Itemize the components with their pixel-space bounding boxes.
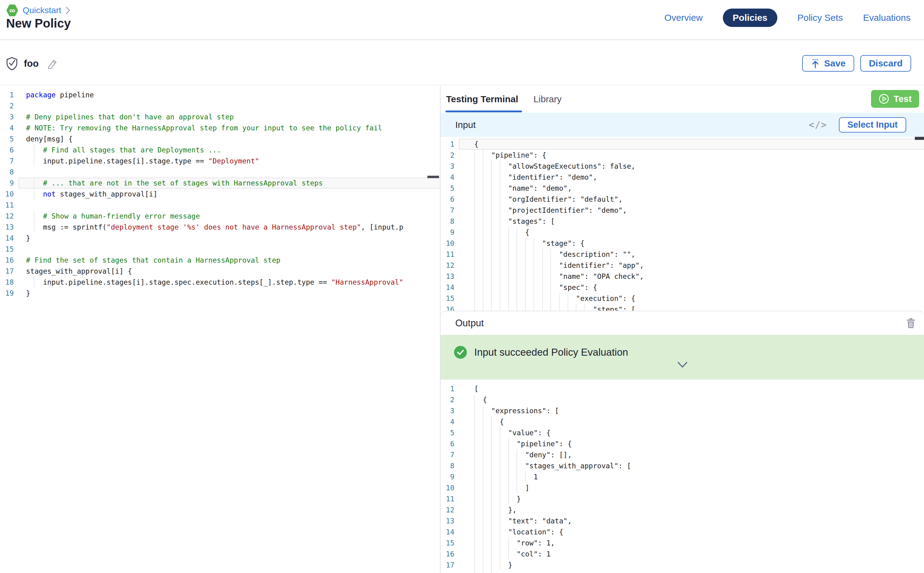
code-line[interactable]: 18 } bbox=[440, 571, 924, 573]
nav-item-policy-sets[interactable]: Policy Sets bbox=[797, 13, 843, 23]
tab-testing-terminal[interactable]: Testing Terminal bbox=[446, 94, 518, 104]
code-line[interactable]: 12 }, bbox=[440, 504, 924, 515]
code-line[interactable]: 17stages_with_approval[i] { bbox=[0, 266, 440, 277]
code-line[interactable]: 1[ bbox=[440, 383, 924, 394]
code-line[interactable]: 3# Deny pipelines that don't have an app… bbox=[0, 111, 440, 122]
line-number: 7 bbox=[440, 205, 459, 216]
code-line[interactable]: 7 "projectIdentifier": "demo", bbox=[440, 205, 924, 216]
code-line[interactable]: 2 { bbox=[440, 394, 924, 405]
code-line[interactable]: 9 # ... that are not in the set of stage… bbox=[0, 177, 440, 189]
success-check-icon bbox=[454, 346, 467, 359]
code-line[interactable]: 6 # Find all stages that are Deployments… bbox=[0, 144, 440, 155]
code-line[interactable]: 15 "row": 1, bbox=[440, 537, 924, 548]
input-section-header: Input </> Select Input bbox=[440, 113, 924, 137]
line-number: 2 bbox=[440, 150, 459, 161]
code-line[interactable]: 15 "execution": { bbox=[440, 293, 924, 304]
code-line[interactable]: 5deny[msg] { bbox=[0, 133, 440, 144]
line-number: 17 bbox=[0, 266, 18, 277]
nav-item-evaluations[interactable]: Evaluations bbox=[863, 13, 910, 23]
code-line[interactable]: 14 "spec": { bbox=[440, 282, 924, 293]
line-number: 6 bbox=[440, 194, 459, 205]
policy-identity: foo bbox=[6, 57, 58, 70]
line-number: 7 bbox=[0, 155, 18, 166]
code-line[interactable]: 9 1 bbox=[440, 471, 924, 482]
code-line[interactable]: 12 # Show a human-friendly error message bbox=[0, 211, 440, 222]
play-circle-icon bbox=[879, 93, 890, 104]
code-line[interactable]: 12 "identifier": "app", bbox=[440, 260, 924, 271]
save-button[interactable]: Save bbox=[802, 55, 854, 72]
nav-item-policies[interactable]: Policies bbox=[723, 9, 777, 27]
code-line[interactable]: 13 "name": "OPA check", bbox=[440, 271, 924, 282]
line-number: 19 bbox=[0, 288, 18, 299]
test-button[interactable]: Test bbox=[871, 90, 919, 108]
line-number: 18 bbox=[440, 571, 459, 573]
code-line[interactable]: 13 msg := sprintf("deployment stage '%s'… bbox=[0, 222, 440, 233]
code-line[interactable]: 7 "deny": [], bbox=[440, 449, 924, 460]
line-number: 18 bbox=[0, 277, 18, 288]
code-line[interactable]: 4 { bbox=[440, 416, 924, 427]
shield-check-icon bbox=[6, 57, 18, 70]
code-line[interactable]: 14 "location": { bbox=[440, 526, 924, 537]
code-line[interactable]: 8 "stages_with_approval": [ bbox=[440, 460, 924, 471]
code-line[interactable]: 18 input.pipeline.stages[i].stage.spec.e… bbox=[0, 277, 440, 288]
code-line[interactable]: 10 "stage": { bbox=[440, 238, 924, 249]
input-label: Input bbox=[455, 120, 476, 130]
line-number: 11 bbox=[0, 200, 18, 211]
code-line[interactable]: 5 "value": { bbox=[440, 427, 924, 438]
line-number: 15 bbox=[440, 537, 459, 548]
line-number: 9 bbox=[440, 471, 459, 482]
code-line[interactable]: 6 "pipeline": { bbox=[440, 438, 924, 449]
code-line[interactable]: 2 "pipeline": { bbox=[440, 150, 924, 161]
code-line[interactable]: 8 bbox=[0, 166, 440, 177]
code-line[interactable]: 11 "description": "", bbox=[440, 249, 924, 260]
output-label: Output bbox=[455, 318, 484, 329]
code-line[interactable]: 9 { bbox=[440, 227, 924, 238]
line-number: 14 bbox=[440, 526, 459, 537]
code-line[interactable]: 3 "allowStageExecutions": false, bbox=[440, 161, 924, 172]
code-line[interactable]: 2 bbox=[0, 100, 440, 111]
edit-pencil-icon[interactable] bbox=[47, 58, 58, 69]
code-view-icon[interactable]: </> bbox=[808, 119, 827, 130]
code-line[interactable]: 1package pipeline bbox=[0, 89, 440, 100]
chevron-down-icon[interactable] bbox=[677, 361, 688, 370]
code-line[interactable]: 14} bbox=[0, 233, 440, 244]
code-line[interactable]: 19} bbox=[0, 288, 440, 299]
discard-button[interactable]: Discard bbox=[860, 55, 911, 72]
code-line[interactable]: 6 "orgIdentifier": "default", bbox=[440, 194, 924, 205]
code-line[interactable]: 16# Find the set of stages that contain … bbox=[0, 255, 440, 266]
code-line[interactable]: 16 "col": 1 bbox=[440, 548, 924, 559]
code-line[interactable]: 16 "steps": [ bbox=[440, 304, 924, 311]
code-line[interactable]: 1{ bbox=[440, 139, 924, 150]
input-json-editor[interactable]: 1{2 "pipeline": {3 "allowStageExecutions… bbox=[440, 137, 924, 311]
code-line[interactable]: 17 } bbox=[440, 559, 924, 571]
code-line[interactable]: 10 not stages_with_approval[i] bbox=[0, 189, 440, 200]
line-number: 13 bbox=[440, 515, 459, 526]
code-line[interactable]: 4 "identifier": "demo", bbox=[440, 172, 924, 183]
code-line[interactable]: 10 ] bbox=[440, 482, 924, 493]
nav-item-overview[interactable]: Overview bbox=[664, 13, 703, 23]
code-line[interactable]: 11 bbox=[0, 200, 440, 211]
breadcrumb-project-link[interactable]: Quickstart bbox=[23, 6, 61, 15]
code-line[interactable]: 8 "stages": [ bbox=[440, 216, 924, 227]
input-scrollbar-mark[interactable] bbox=[915, 137, 924, 140]
code-line[interactable]: 3 "expressions": [ bbox=[440, 405, 924, 416]
policy-code-editor[interactable]: 1package pipeline23# Deny pipelines that… bbox=[0, 86, 440, 573]
policy-editor-page: ∞ Quickstart New Policy OverviewPolicies… bbox=[0, 0, 924, 573]
trash-icon bbox=[906, 318, 915, 329]
toolbar-actions: Save Discard bbox=[802, 55, 911, 72]
output-json-editor[interactable]: 1[2 {3 "expressions": [4 {5 "value": {6 … bbox=[440, 380, 924, 573]
code-line[interactable]: 7 input.pipeline.stages[i].stage.type ==… bbox=[0, 155, 440, 166]
code-line[interactable]: 15 bbox=[0, 244, 440, 255]
code-line[interactable]: 13 "text": "data", bbox=[440, 515, 924, 526]
code-line[interactable]: 4# NOTE: Try removing the HarnessApprova… bbox=[0, 122, 440, 133]
top-nav: OverviewPoliciesPolicy SetsEvaluations bbox=[664, 9, 910, 27]
breadcrumb: ∞ Quickstart bbox=[6, 4, 70, 17]
code-line[interactable]: 11 } bbox=[440, 493, 924, 504]
clear-output-button[interactable] bbox=[906, 318, 915, 329]
line-number: 1 bbox=[440, 383, 459, 394]
tab-library[interactable]: Library bbox=[534, 94, 562, 104]
select-input-button[interactable]: Select Input bbox=[839, 117, 906, 133]
discard-button-label: Discard bbox=[869, 58, 902, 69]
line-number: 16 bbox=[0, 255, 18, 266]
code-line[interactable]: 5 "name": "demo", bbox=[440, 183, 924, 194]
